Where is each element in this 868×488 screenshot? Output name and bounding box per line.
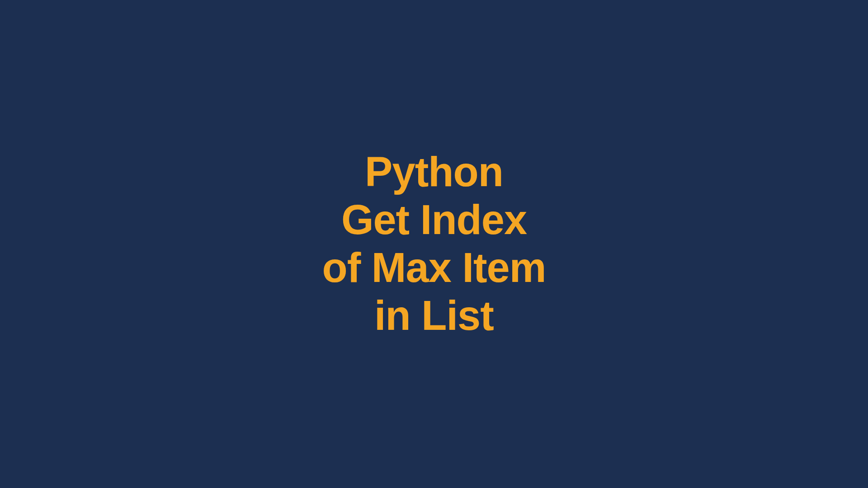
title-line-1: Python	[322, 148, 546, 196]
title-line-2: Get Index	[322, 196, 546, 244]
title-line-3: of Max Item	[322, 244, 546, 292]
title-line-4: in List	[322, 292, 546, 340]
title-container: Python Get Index of Max Item in List	[322, 148, 546, 339]
